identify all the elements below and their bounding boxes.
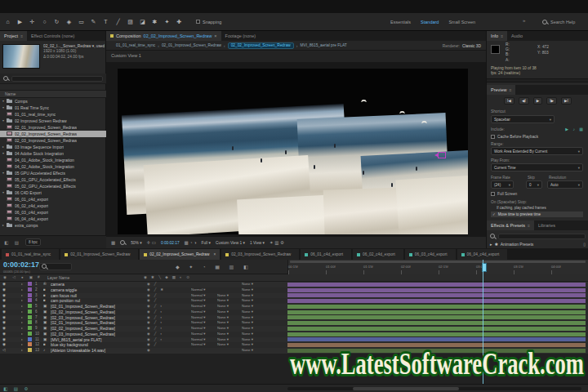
breadcrumb-item[interactable]: 02_01_Improved_Screen_Redraw	[162, 43, 221, 47]
range-dropdown[interactable]: Work Area Extended By Current▾	[491, 147, 583, 155]
project-item[interactable]: ▾ 01 Real Time Sync	[0, 105, 106, 111]
layer-visibility-toggle[interactable]: ◉	[0, 320, 10, 326]
layer-mode-dropdown[interactable]: Normal ▾	[191, 315, 217, 321]
project-item[interactable]: 02_01_Improved_Screen_Redraw	[0, 124, 106, 131]
layer-twirl-icon[interactable]: ▸	[21, 304, 28, 310]
project-search-icon[interactable]	[3, 76, 9, 82]
layer-visibility-toggle[interactable]: ◉	[0, 282, 10, 287]
zoom-icon[interactable]	[120, 240, 126, 246]
frame-rate-dropdown[interactable]: (24)▾	[491, 180, 514, 189]
layer-switches[interactable]: ◉ ╱	[147, 342, 191, 348]
project-item[interactable]: 05_02_GPU_Accelerated_Effects	[0, 183, 106, 189]
layer-duration-bar[interactable]	[287, 283, 586, 287]
layer-color-chip[interactable]	[28, 342, 32, 346]
layer-parent-dropdown[interactable]: None ▾	[242, 298, 271, 304]
layer-switches[interactable]: ◉ ╱	[147, 282, 191, 287]
view-dropdown[interactable]: Custom View 1 ▾	[216, 241, 245, 245]
layer-switches[interactable]: ◉ ╱ ◐	[147, 320, 191, 326]
layer-name[interactable]: camera wiggle	[51, 287, 147, 293]
tab-libraries[interactable]: Libraries	[534, 220, 559, 230]
timeline-layer-row[interactable]: ◉ ▸ 5 ▣ [02_01_Improved_Screen_Redraw] ◉…	[0, 304, 588, 310]
layer-twirl-icon[interactable]: ▸	[21, 287, 28, 293]
close-icon[interactable]: ×	[214, 33, 216, 38]
layer-duration-bar[interactable]	[287, 332, 586, 336]
tool-icon[interactable]: ▶	[16, 19, 24, 25]
twirl-icon[interactable]: ▸	[490, 242, 492, 247]
layer-name[interactable]: cam focus null	[51, 293, 147, 299]
tab-composition[interactable]: Composition 02_02_Improved_Screen_Redraw…	[106, 31, 221, 41]
view-layout-dropdown[interactable]: 1 View ▾	[250, 241, 265, 245]
timeline-tab[interactable]: 02_02_Improved_Screen_Redraw ×	[140, 249, 220, 260]
layer-name[interactable]: [02_02_Improved_Screen_Redraw]	[51, 326, 147, 332]
layer-trackmatte-dropdown[interactable]: None ▾	[217, 315, 242, 321]
layer-mode-dropdown[interactable]: Normal ▾	[191, 332, 217, 337]
layer-switches[interactable]: ◉ ╱ ◐	[147, 310, 191, 315]
layer-mode-dropdown[interactable]: Normal ▾	[191, 304, 217, 310]
tool-icon[interactable]: ╱	[114, 19, 122, 25]
layer-visibility-toggle[interactable]: ◉	[0, 310, 10, 315]
layer-duration-bar[interactable]	[287, 321, 586, 325]
layer-color-chip[interactable]	[28, 310, 32, 314]
stop-option-2[interactable]: ✓ Move time to preview time	[491, 212, 583, 217]
breadcrumb-item[interactable]: MVI_8615_aerial pre FLAT	[300, 43, 346, 47]
tool-icon[interactable]: ✚	[176, 19, 183, 25]
layer-color-chip[interactable]	[28, 304, 32, 308]
tool-icon[interactable]: ◈	[65, 19, 73, 25]
magnification-dropdown[interactable]: 50% ▾	[131, 241, 141, 245]
layer-twirl-icon[interactable]: ▸	[21, 315, 28, 321]
layer-parent-dropdown[interactable]: None ▾	[242, 332, 271, 337]
layer-name[interactable]: [02_02_Improved_Screen_Redraw]	[51, 310, 147, 315]
layer-trackmatte-dropdown[interactable]: None ▾	[217, 293, 242, 299]
workspace-tab[interactable]: Small Screen	[448, 20, 475, 24]
layer-mode-dropdown[interactable]: Normal ▾	[191, 326, 217, 332]
layer-name[interactable]: [02_01_Improved_Screen_Redraw]	[51, 320, 147, 326]
layer-name[interactable]: [MVI_8615_aerial pre FLAT]	[51, 337, 147, 343]
layer-switches[interactable]: ◉ ╱	[147, 298, 191, 304]
composition-viewport[interactable]	[106, 62, 486, 236]
timeline-layer-row[interactable]: ◉ ▸ 9 ▣ [02_02_Improved_Screen_Redraw] ◉…	[0, 326, 588, 332]
layer-parent-dropdown[interactable]: None ▾	[242, 348, 271, 354]
stop-option-1[interactable]: If caching, play cached frames	[497, 206, 546, 210]
timeline-layer-row[interactable]: ◉ ▸ 8 ▣ [02_01_Improved_Screen_Redraw] ◉…	[0, 320, 588, 326]
layer-trackmatte-dropdown[interactable]: None ▾	[217, 320, 242, 326]
tool-icon[interactable]: ▨	[127, 19, 134, 25]
snapshot-channel-icons[interactable]: ▦ ◔ ◑	[185, 240, 197, 245]
layer-switches[interactable]: ◉ ╱ ◐	[147, 332, 191, 337]
layer-color-chip[interactable]	[28, 326, 32, 330]
layer-color-chip[interactable]	[28, 315, 32, 319]
project-item[interactable]: 06_01_c4d_export	[0, 196, 106, 203]
current-timecode[interactable]: 0:00:02:17	[3, 261, 39, 269]
full-screen-option[interactable]: Full Screen	[491, 192, 517, 196]
close-icon[interactable]: ×	[213, 252, 216, 256]
timeline-bottom-icons[interactable]: ◧ ▤ ⚙	[3, 386, 30, 391]
project-bottom-icons[interactable]: ◧ ▤	[4, 240, 21, 245]
shortcut-dropdown[interactable]: Spacebar▾	[491, 115, 555, 123]
work-area-bar[interactable]	[290, 261, 586, 263]
layer-parent-dropdown[interactable]: None ▾	[242, 315, 271, 321]
layer-color-chip[interactable]	[28, 320, 32, 324]
timeline-tab[interactable]: 06_02_c4d_export	[353, 249, 403, 260]
timeline-tab[interactable]: 06_04_c4d_export	[457, 249, 508, 260]
tool-icon[interactable]: ✦	[163, 19, 171, 25]
project-item[interactable]: 02_03_Improved_Screen_Redraw	[0, 137, 106, 144]
snapping-checkbox[interactable]	[196, 20, 200, 24]
layer-duration-bar[interactable]	[287, 310, 586, 314]
layer-visibility-toggle[interactable]: ◉	[0, 315, 10, 321]
animation-presets-item[interactable]: ▸ ✱ Animation Presets ▯	[490, 242, 586, 247]
transport-button[interactable]: ◀I	[519, 97, 529, 105]
layer-visibility-toggle[interactable]: ◉	[0, 304, 10, 310]
layer-mode-dropdown[interactable]: Normal ▾	[191, 293, 217, 299]
layer-visibility-toggle[interactable]: ◁	[0, 348, 10, 354]
timeline-toggle-icons[interactable]: ◆ ✦ ◔ ▦ ▥ ◧	[176, 264, 252, 270]
layer-twirl-icon[interactable]: ▸	[21, 293, 28, 299]
project-item[interactable]: ▾ 02 Improved Screen Redraw	[0, 118, 106, 124]
timeline-layer-row[interactable]: ◉ ▸ 2 ■ camera wiggle ◉ ╱ ✱ Normal ▾ Non…	[0, 287, 588, 293]
layer-mode-dropdown[interactable]: Normal ▾	[191, 320, 217, 326]
transport-button[interactable]: ▶	[533, 97, 543, 105]
layer-color-chip[interactable]	[28, 348, 32, 352]
layer-trackmatte-dropdown[interactable]: None ▾	[217, 332, 242, 337]
layer-twirl-icon[interactable]: ▸	[21, 320, 28, 326]
layer-parent-dropdown[interactable]: None ▾	[242, 282, 271, 287]
panel-menu-icon[interactable]: ≡	[20, 33, 23, 38]
layer-parent-dropdown[interactable]: None ▾	[242, 293, 271, 299]
